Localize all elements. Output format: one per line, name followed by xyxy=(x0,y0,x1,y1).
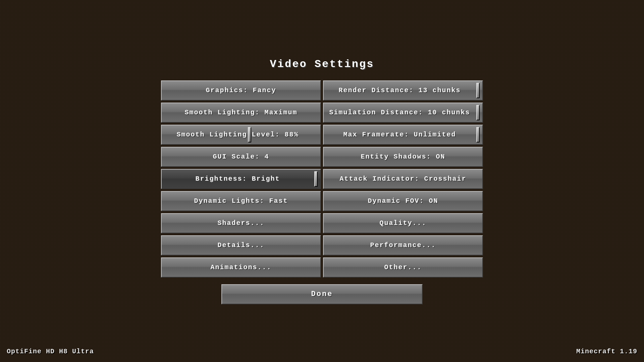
setting-btn-dynamic-fov[interactable]: Dynamic FOV: ON xyxy=(323,191,483,211)
settings-grid: Graphics: Fancy Render Distance: 13 chun… xyxy=(161,80,483,278)
smooth-lighting-level-slider[interactable] xyxy=(248,127,251,142)
setting-btn-details[interactable]: Details... xyxy=(161,235,321,255)
page-title: Video Settings xyxy=(270,58,374,70)
setting-btn-entity-shadows[interactable]: Entity Shadows: ON xyxy=(323,147,483,167)
setting-btn-smooth-lighting[interactable]: Smooth Lighting: Maximum xyxy=(161,103,321,123)
brightness-slider[interactable] xyxy=(314,171,318,187)
setting-btn-performance[interactable]: Performance... xyxy=(323,235,483,255)
setting-btn-brightness[interactable]: Brightness: Bright xyxy=(161,169,321,189)
max-framerate-slider[interactable] xyxy=(476,127,480,142)
setting-btn-dynamic-lights[interactable]: Dynamic Lights: Fast xyxy=(161,191,321,211)
setting-btn-simulation-distance[interactable]: Simulation Distance: 10 chunks xyxy=(323,103,483,123)
minecraft-version: Minecraft 1.19 xyxy=(576,348,637,355)
setting-btn-attack-indicator[interactable]: Attack Indicator: Crosshair xyxy=(323,169,483,189)
setting-btn-shaders[interactable]: Shaders... xyxy=(161,213,321,233)
setting-btn-animations[interactable]: Animations... xyxy=(161,257,321,278)
setting-btn-smooth-lighting-level[interactable]: Smooth Lighting Level: 88% xyxy=(161,125,321,145)
setting-btn-render-distance[interactable]: Render Distance: 13 chunks xyxy=(323,80,483,101)
setting-btn-quality[interactable]: Quality... xyxy=(323,213,483,233)
setting-btn-graphics[interactable]: Graphics: Fancy xyxy=(161,80,321,101)
done-button[interactable]: Done xyxy=(221,284,423,304)
setting-btn-gui-scale[interactable]: GUI Scale: 4 xyxy=(161,147,321,167)
setting-btn-max-framerate[interactable]: Max Framerate: Unlimited xyxy=(323,125,483,145)
render-distance-slider[interactable] xyxy=(476,83,480,98)
optifine-version: OptiFine HD H8 Ultra xyxy=(7,348,94,355)
simulation-distance-slider[interactable] xyxy=(476,105,480,120)
setting-btn-other[interactable]: Other... xyxy=(323,257,483,278)
